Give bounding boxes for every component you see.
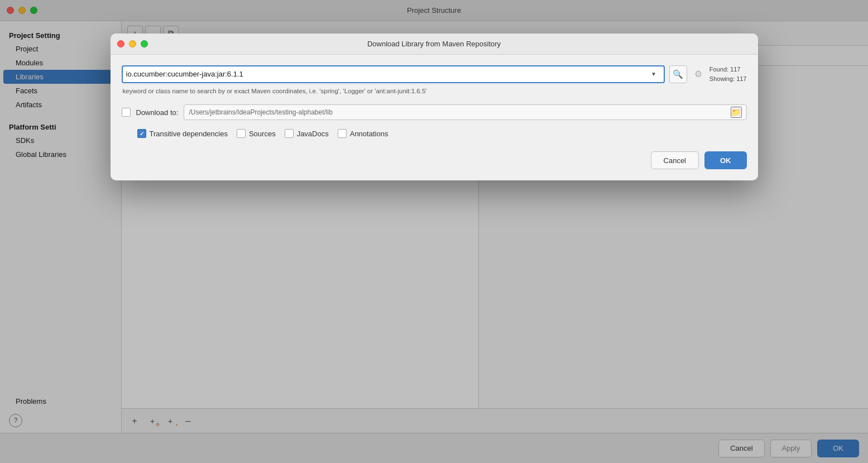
maven-search-input[interactable] [126, 70, 647, 78]
search-dropdown-button[interactable]: ▼ [647, 68, 660, 81]
modal-body: ▼ 🔍 ⚙ Found: 117 Showing: 117 keyword or… [111, 55, 758, 180]
folder-icon: 📁 [731, 108, 741, 117]
download-path-text: /Users/jetbrains/IdeaProjects/testing-al… [189, 108, 730, 116]
modal-title: Download Library from Maven Repository [367, 40, 501, 48]
modal-minimize-button[interactable] [129, 40, 136, 47]
dialog-ok-button[interactable]: OK [704, 151, 747, 169]
modal-maximize-button[interactable] [141, 40, 148, 47]
modal-close-button[interactable] [117, 40, 124, 47]
search-input-wrapper: ▼ [122, 65, 665, 83]
sources-option: Sources [237, 129, 276, 138]
sources-label: Sources [249, 130, 276, 138]
dialog-cancel-button[interactable]: Cancel [651, 151, 699, 169]
transitive-checkbox[interactable]: ✓ [137, 129, 146, 138]
options-row: ✓ Transitive dependencies Sources JavaDo… [122, 129, 747, 138]
modal-traffic-lights [117, 40, 148, 47]
download-path-wrapper: /Users/jetbrains/IdeaProjects/testing-al… [184, 104, 746, 120]
main-window: Project Structure Project Setting Projec… [0, 0, 868, 463]
transitive-option: ✓ Transitive dependencies [137, 129, 228, 138]
annotations-checkbox[interactable] [338, 129, 347, 138]
modal-overlay: Download Library from Maven Repository ▼… [0, 0, 868, 463]
dialog-buttons: Cancel OK [122, 151, 747, 169]
transitive-label: Transitive dependencies [150, 130, 228, 138]
search-row: ▼ 🔍 ⚙ Found: 117 Showing: 117 [122, 65, 747, 83]
checkmark-icon: ✓ [140, 131, 144, 137]
search-icon: 🔍 [673, 69, 683, 79]
javadocs-checkbox[interactable] [285, 129, 294, 138]
download-to-row: Download to: /Users/jetbrains/IdeaProjec… [122, 104, 747, 120]
search-button[interactable]: 🔍 [669, 65, 687, 83]
javadocs-option: JavaDocs [285, 129, 329, 138]
spinner-icon: ⚙ [694, 69, 702, 79]
modal-title-bar: Download Library from Maven Repository [111, 34, 758, 55]
search-hint: keyword or class name to search by or ex… [122, 88, 747, 94]
sources-checkbox[interactable] [237, 129, 246, 138]
download-to-label: Download to: [136, 108, 179, 117]
annotations-label: Annotations [350, 130, 389, 138]
browse-folder-button[interactable]: 📁 [731, 107, 742, 118]
found-count: Found: 117 Showing: 117 [709, 65, 747, 83]
annotations-option: Annotations [338, 129, 389, 138]
download-to-checkbox[interactable] [122, 108, 131, 117]
modal-dialog: Download Library from Maven Repository ▼… [111, 34, 758, 180]
javadocs-label: JavaDocs [297, 130, 329, 138]
loading-spinner: ⚙ [692, 68, 705, 81]
